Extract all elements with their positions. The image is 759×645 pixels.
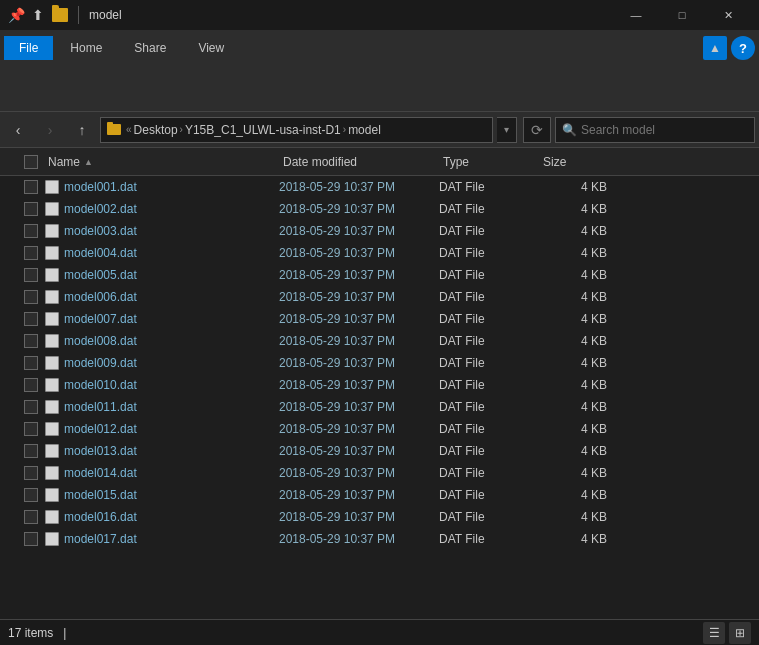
table-row[interactable]: model002.dat 2018-05-29 10:37 PM DAT Fil… xyxy=(0,198,759,220)
ribbon-tabs: File Home Share View ▲ ? xyxy=(0,30,759,60)
ribbon: File Home Share View ▲ ? xyxy=(0,30,759,112)
file-date: 2018-05-29 10:37 PM xyxy=(279,180,439,194)
file-icon xyxy=(44,487,60,503)
file-list[interactable]: Name ▲ Date modified Type Size model001.… xyxy=(0,148,759,619)
row-checkbox[interactable] xyxy=(24,290,38,304)
up-button[interactable]: ↑ xyxy=(68,116,96,144)
tab-view[interactable]: View xyxy=(183,36,239,60)
select-all-checkbox[interactable] xyxy=(24,155,38,169)
table-row[interactable]: model008.dat 2018-05-29 10:37 PM DAT Fil… xyxy=(0,330,759,352)
table-row[interactable]: model003.dat 2018-05-29 10:37 PM DAT Fil… xyxy=(0,220,759,242)
table-row[interactable]: model012.dat 2018-05-29 10:37 PM DAT Fil… xyxy=(0,418,759,440)
file-date: 2018-05-29 10:37 PM xyxy=(279,422,439,436)
col-header-type[interactable]: Type xyxy=(439,155,539,169)
file-icon xyxy=(44,421,60,437)
forward-button[interactable]: › xyxy=(36,116,64,144)
dat-file-icon xyxy=(45,202,59,216)
table-row[interactable]: model006.dat 2018-05-29 10:37 PM DAT Fil… xyxy=(0,286,759,308)
row-checkbox[interactable] xyxy=(24,444,38,458)
file-type: DAT File xyxy=(439,422,539,436)
table-row[interactable]: model001.dat 2018-05-29 10:37 PM DAT Fil… xyxy=(0,176,759,198)
row-checkbox[interactable] xyxy=(24,422,38,436)
row-checkbox[interactable] xyxy=(24,202,38,216)
table-row[interactable]: model011.dat 2018-05-29 10:37 PM DAT Fil… xyxy=(0,396,759,418)
address-bar: ‹ › ↑ « Desktop › Y15B_C1_ULWL-usa-inst-… xyxy=(0,112,759,148)
file-type: DAT File xyxy=(439,510,539,524)
table-row[interactable]: model004.dat 2018-05-29 10:37 PM DAT Fil… xyxy=(0,242,759,264)
tab-home[interactable]: Home xyxy=(55,36,117,60)
file-date: 2018-05-29 10:37 PM xyxy=(279,444,439,458)
details-view-button[interactable]: ☰ xyxy=(703,622,725,644)
file-name: model006.dat xyxy=(64,290,279,304)
file-name: model017.dat xyxy=(64,532,279,546)
maximize-button[interactable]: □ xyxy=(659,0,705,30)
path-segment-y15b[interactable]: Y15B_C1_ULWL-usa-inst-D1 xyxy=(185,123,341,137)
file-icon xyxy=(44,311,60,327)
table-row[interactable]: model005.dat 2018-05-29 10:37 PM DAT Fil… xyxy=(0,264,759,286)
file-date: 2018-05-29 10:37 PM xyxy=(279,488,439,502)
back-button[interactable]: ‹ xyxy=(4,116,32,144)
file-size: 4 KB xyxy=(539,466,619,480)
tab-file[interactable]: File xyxy=(4,36,53,60)
table-row[interactable]: model007.dat 2018-05-29 10:37 PM DAT Fil… xyxy=(0,308,759,330)
close-button[interactable]: ✕ xyxy=(705,0,751,30)
file-icon xyxy=(44,179,60,195)
tab-share[interactable]: Share xyxy=(119,36,181,60)
table-row[interactable]: model015.dat 2018-05-29 10:37 PM DAT Fil… xyxy=(0,484,759,506)
file-name: model010.dat xyxy=(64,378,279,392)
file-date: 2018-05-29 10:37 PM xyxy=(279,510,439,524)
row-checkbox[interactable] xyxy=(24,510,38,524)
row-checkbox[interactable] xyxy=(24,268,38,282)
chevron-icon-2: › xyxy=(180,124,183,135)
row-checkbox[interactable] xyxy=(24,224,38,238)
pin-icon[interactable]: 📌 xyxy=(8,7,24,23)
path-segment-model[interactable]: model xyxy=(348,123,381,137)
table-row[interactable]: model016.dat 2018-05-29 10:37 PM DAT Fil… xyxy=(0,506,759,528)
col-header-name[interactable]: Name ▲ xyxy=(44,155,279,169)
row-checkbox[interactable] xyxy=(24,334,38,348)
refresh-button[interactable]: ⟳ xyxy=(523,117,551,143)
status-count: 17 items | xyxy=(8,626,67,640)
table-row[interactable]: model013.dat 2018-05-29 10:37 PM DAT Fil… xyxy=(0,440,759,462)
file-size: 4 KB xyxy=(539,312,619,326)
search-input[interactable] xyxy=(581,123,748,137)
table-row[interactable]: model014.dat 2018-05-29 10:37 PM DAT Fil… xyxy=(0,462,759,484)
col-header-date[interactable]: Date modified xyxy=(279,155,439,169)
dat-file-icon xyxy=(45,290,59,304)
path-segment-desktop[interactable]: Desktop xyxy=(134,123,178,137)
window-title: model xyxy=(89,8,122,22)
table-row[interactable]: model017.dat 2018-05-29 10:37 PM DAT Fil… xyxy=(0,528,759,550)
row-checkbox[interactable] xyxy=(24,246,38,260)
ribbon-expand-button[interactable]: ▲ xyxy=(703,36,727,60)
table-row[interactable]: model009.dat 2018-05-29 10:37 PM DAT Fil… xyxy=(0,352,759,374)
path-label-desktop: Desktop xyxy=(134,123,178,137)
dat-file-icon xyxy=(45,422,59,436)
row-checkbox[interactable] xyxy=(24,488,38,502)
col-header-size[interactable]: Size xyxy=(539,155,619,169)
row-checkbox[interactable] xyxy=(24,378,38,392)
row-checkbox[interactable] xyxy=(24,466,38,480)
file-icon xyxy=(44,399,60,415)
dat-file-icon xyxy=(45,488,59,502)
file-name: model015.dat xyxy=(64,488,279,502)
row-checkbox[interactable] xyxy=(24,180,38,194)
minimize-button[interactable]: — xyxy=(613,0,659,30)
dat-file-icon xyxy=(45,246,59,260)
row-checkbox[interactable] xyxy=(24,532,38,546)
file-type: DAT File xyxy=(439,268,539,282)
row-checkbox[interactable] xyxy=(24,400,38,414)
search-box[interactable]: 🔍 xyxy=(555,117,755,143)
large-icons-button[interactable]: ⊞ xyxy=(729,622,751,644)
address-dropdown[interactable]: ▾ xyxy=(497,117,517,143)
table-row[interactable]: model010.dat 2018-05-29 10:37 PM DAT Fil… xyxy=(0,374,759,396)
status-separator: | xyxy=(57,626,67,640)
address-path[interactable]: « Desktop › Y15B_C1_ULWL-usa-inst-D1 › m… xyxy=(100,117,493,143)
up-icon[interactable]: ⬆ xyxy=(30,7,46,23)
file-type: DAT File xyxy=(439,224,539,238)
row-checkbox[interactable] xyxy=(24,356,38,370)
row-checkbox[interactable] xyxy=(24,312,38,326)
help-button[interactable]: ? xyxy=(731,36,755,60)
row-checkbox-area xyxy=(24,312,44,326)
file-name: model009.dat xyxy=(64,356,279,370)
file-date: 2018-05-29 10:37 PM xyxy=(279,378,439,392)
